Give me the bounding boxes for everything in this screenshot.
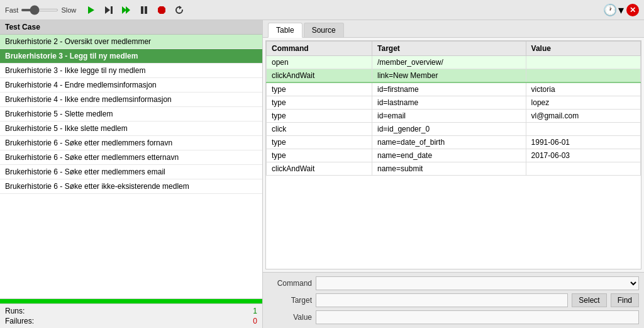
table-cell-target: id=firstname — [372, 82, 526, 96]
table-cell-target: link=New Member — [372, 69, 526, 83]
table-cell-command: type — [267, 96, 372, 110]
run-button[interactable] — [119, 3, 134, 18]
table-cell-target: /member_overview/ — [372, 56, 526, 69]
table-cell-value: victoria — [526, 82, 640, 96]
clock-dropdown[interactable]: ▾ — [618, 3, 624, 17]
progress-bar-container — [0, 298, 262, 303]
value-row: Value — [268, 310, 639, 324]
step-button[interactable] — [101, 3, 116, 18]
svg-marker-7 — [158, 6, 165, 14]
test-case-header: Test Case — [0, 20, 262, 35]
value-label: Value — [268, 313, 312, 322]
svg-marker-0 — [88, 6, 94, 14]
pause-button[interactable] — [136, 3, 152, 18]
speed-control: Fast Slow — [5, 6, 76, 14]
test-list-item[interactable]: Brukerhistorie 2 - Oversikt over medlemm… — [0, 35, 262, 49]
speed-slider[interactable] — [21, 9, 58, 11]
col-target: Target — [372, 42, 526, 56]
data-table: Command Target Value open/member_overvie… — [266, 41, 641, 176]
table-area: Command Target Value open/member_overvie… — [265, 40, 641, 269]
clock-icon: 🕐 — [603, 3, 617, 17]
table-cell-target: id=id_gender_0 — [372, 123, 526, 136]
speed-slow-label: Slow — [61, 6, 76, 14]
table-cell-command: type — [267, 110, 372, 123]
command-row: Command — [268, 276, 639, 290]
target-input[interactable] — [316, 293, 568, 307]
test-list-item[interactable]: Brukerhistorie 6 - Søke etter medlemmers… — [0, 165, 262, 179]
table-row[interactable]: typeid=firstnamevictoria — [267, 82, 641, 96]
failures-label: Failures: — [5, 317, 34, 325]
runs-row: Runs: 1 — [5, 307, 257, 315]
table-row[interactable]: clickAndWaitlink=New Member — [267, 69, 641, 83]
target-label: Target — [268, 296, 312, 305]
test-list-item[interactable]: Brukerhistorie 6 - Søke etter medlemmers… — [0, 150, 262, 165]
svg-marker-3 — [122, 6, 126, 14]
table-cell-value: 2017-06-03 — [526, 149, 640, 162]
test-list-item[interactable]: Brukerhistorie 4 - Ikke endre medlemsinf… — [0, 93, 262, 107]
main-content: Test Case Brukerhistorie 2 - Oversikt ov… — [0, 20, 644, 328]
speed-fast-label: Fast — [5, 6, 18, 14]
reload-button[interactable] — [172, 3, 187, 18]
table-row[interactable]: typeid=emailvl@gmail.com — [267, 110, 641, 123]
table-cell-command: type — [267, 82, 372, 96]
table-row[interactable]: typeid=lastnamelopez — [267, 96, 641, 110]
command-select[interactable] — [316, 276, 639, 290]
svg-rect-2 — [111, 6, 113, 14]
table-cell-command: type — [267, 136, 372, 149]
svg-rect-5 — [141, 6, 143, 14]
select-button[interactable]: Select — [572, 293, 606, 307]
test-list-item[interactable]: Brukerhistorie 3 - Legg til ny medlem — [0, 49, 262, 64]
table-row[interactable]: clickAndWaitname=submit — [267, 162, 641, 176]
table-row[interactable]: open/member_overview/ — [267, 56, 641, 69]
table-cell-value — [526, 123, 640, 136]
table-cell-target: name=submit — [372, 162, 526, 176]
svg-marker-4 — [126, 6, 130, 14]
table-cell-value: 1991-06-01 — [526, 136, 640, 149]
table-row[interactable]: typename=end_date2017-06-03 — [267, 149, 641, 162]
table-header-row: Command Target Value — [267, 42, 641, 56]
stop-button[interactable] — [154, 3, 169, 18]
command-label: Command — [268, 279, 312, 288]
test-list-item[interactable]: Brukerhistorie 6 - Søke etter ikke-eksis… — [0, 179, 262, 194]
test-list-item[interactable]: Brukerhistorie 5 - Ikke slette medlem — [0, 122, 262, 136]
table-cell-target: id=lastname — [372, 96, 526, 110]
table-cell-value — [526, 162, 640, 176]
progress-bar — [0, 299, 262, 303]
target-row: Target Select Find — [268, 293, 639, 307]
left-panel: Test Case Brukerhistorie 2 - Oversikt ov… — [0, 20, 263, 328]
stats-panel: Runs: 1 Failures: 0 — [0, 303, 262, 328]
test-list-item[interactable]: Brukerhistorie 3 - Ikke legge til ny med… — [0, 64, 262, 78]
close-button[interactable]: ✕ — [626, 4, 639, 16]
play-button[interactable] — [84, 3, 99, 18]
col-value: Value — [526, 42, 640, 56]
table-row[interactable]: typename=date_of_birth1991-06-01 — [267, 136, 641, 149]
tab-table[interactable]: Table — [268, 23, 303, 38]
runs-label: Runs: — [5, 307, 25, 315]
tab-source[interactable]: Source — [304, 23, 344, 37]
table-cell-command: clickAndWait — [267, 162, 372, 176]
table-row[interactable]: clickid=id_gender_0 — [267, 123, 641, 136]
table-cell-command: clickAndWait — [267, 69, 372, 83]
table-cell-target: name=date_of_birth — [372, 136, 526, 149]
test-list: Brukerhistorie 2 - Oversikt over medlemm… — [0, 35, 262, 298]
failures-value: 0 — [253, 317, 257, 325]
table-cell-value: lopez — [526, 96, 640, 110]
table-cell-target: name=end_date — [372, 149, 526, 162]
table-cell-command: type — [267, 149, 372, 162]
test-list-item[interactable]: Brukerhistorie 6 - Søke etter medlemmers… — [0, 136, 262, 150]
test-list-item[interactable]: Brukerhistorie 5 - Slette medlem — [0, 107, 262, 122]
col-command: Command — [267, 42, 372, 56]
value-input[interactable] — [316, 310, 639, 324]
svg-marker-8 — [179, 6, 182, 9]
right-panel: TableSource Command Target Value open/me… — [263, 20, 644, 328]
table-cell-value — [526, 56, 640, 69]
table-cell-target: id=email — [372, 110, 526, 123]
tab-bar: TableSource — [263, 20, 644, 38]
find-button[interactable]: Find — [611, 293, 639, 307]
table-cell-command: open — [267, 56, 372, 69]
table-cell-value — [526, 69, 640, 83]
runs-value: 1 — [253, 307, 257, 315]
failures-row: Failures: 0 — [5, 317, 257, 325]
test-list-item[interactable]: Brukerhistorie 4 - Endre medlemsinformas… — [0, 78, 262, 93]
table-cell-value: vl@gmail.com — [526, 110, 640, 123]
